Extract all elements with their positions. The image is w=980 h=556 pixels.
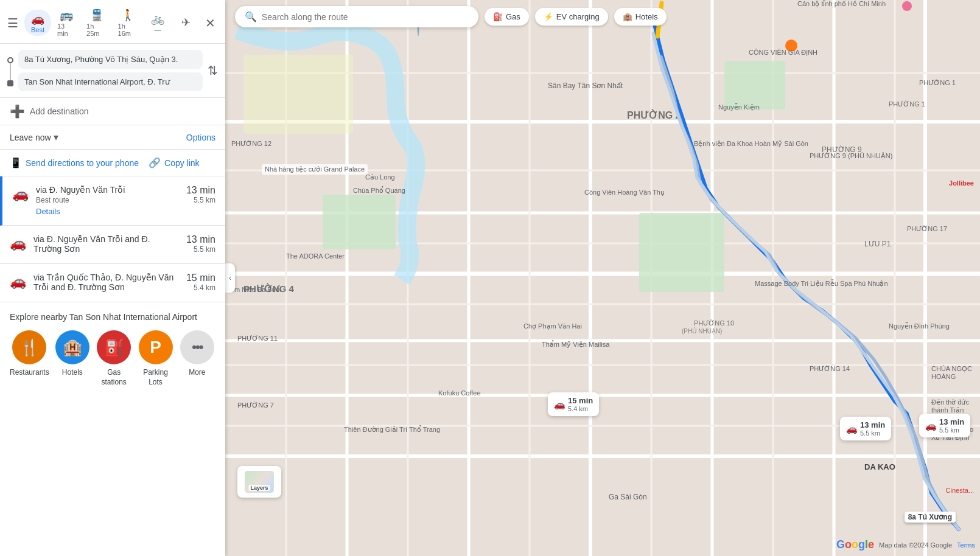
filter-ev[interactable]: ⚡ EV charging [535,8,608,26]
map-attribution: Google Map data ©2024 Google Terms [836,538,975,551]
swap-button[interactable]: ⇅ [208,63,218,78]
explore-section: Explore nearby Tan Son Nhat Internationa… [0,302,225,556]
route-result-1[interactable]: 🚗 via Đ. Nguyễn Văn Trỗi and Đ. Trường S… [0,226,225,264]
explore-item-gas[interactable]: ⛽ Gas stations [96,330,132,387]
map-label-palace: Nhà hàng tiệc cưới Grand Palace [262,164,368,175]
svg-text:(PHÚ NHUẬN): (PHÚ NHUẬN) [682,327,722,335]
map-label-benh-vien: Bệnh viện Đa Khoa Hoàn Mỹ Sài Gòn [694,140,808,148]
car-icon: 🚗 [31,12,44,26]
route-time-dist-1: 13 min 5.5 km [186,234,215,254]
filter-hotels[interactable]: 🏨 Hotels [614,8,667,26]
layers-button[interactable]: Layers [237,466,281,498]
transport-mode-bus[interactable]: 🚌 13 min [52,6,80,40]
car-route-icon-0: 🚗 [12,186,29,202]
send-directions-button[interactable]: 📱 Send directions to your phone [10,157,139,169]
svg-rect-27 [724,61,785,109]
map-label-phuong17: PHƯỜNG 17 [907,225,947,233]
map-label-phuong7: PHƯỜNG 7 [237,401,274,409]
origin-input[interactable] [18,50,203,69]
route-bubble-1[interactable]: 🚗 13 min 5.5 km [840,417,891,440]
svg-text:PHƯỜNG 10: PHƯỜNG 10 [694,319,734,327]
car-bubble-icon-2: 🚗 [925,420,937,431]
map-label-chua-ngoc-hoang: CHÙA NGỌC HOÀNG [931,365,980,380]
collapse-panel-button[interactable]: ‹ [225,263,235,293]
route-bubble-0[interactable]: 🚗 15 min 5.4 km [548,392,599,416]
walk-icon: 🚶 [121,9,135,22]
explore-item-hotels[interactable]: 🏨 Hotels [54,330,91,378]
route-dots [7,55,13,86]
map-search-input[interactable] [262,12,469,22]
car-route-icon-2: 🚗 [10,274,26,290]
explore-circle-hotels: 🏨 [55,330,89,364]
dot-line [10,63,11,80]
restaurant-icon: 🍴 [19,338,39,357]
map-label-kofuku: Kofuku Coffee [438,389,481,397]
map-background: PHƯỜNG 2 PHƯỜNG 4 Sân Bay Tân Sơn Nhất L… [225,0,980,556]
transport-mode-walk[interactable]: 🚶 1h 16m [113,6,143,40]
close-button[interactable]: ✕ [203,13,218,33]
left-panel: ☰ 🚗 Best 🚌 13 min 🚆 1h 25m 🚶 1h 16m 🚲 — [0,0,225,556]
map-label-cong-vien-gia-dinh: CÔNG VIÊN GIA ĐỊNH [749,49,817,57]
destination-input[interactable] [18,72,203,91]
gas-filter-icon: ⛽ [493,12,503,21]
explore-circle-more: ••• [180,330,214,364]
map-top-bar: 🔍 ⛽ Gas ⚡ EV charging 🏨 Hotels [225,0,980,33]
filter-gas[interactable]: ⛽ Gas [485,8,529,26]
options-button[interactable]: Options [186,133,215,142]
route-time-dist-2: 15 min 5.4 km [186,273,215,292]
copy-link-button[interactable]: 🔗 Copy link [149,157,200,169]
route-options-bar: Leave now ▾ Options [0,125,225,150]
map-label-phuong1-txt: PHƯỜNG 1 [919,79,956,87]
explore-circle-parking: P [139,330,173,364]
map-area[interactable]: PHƯỜNG 2 PHƯỜNG 4 Sân Bay Tân Sơn Nhất L… [225,0,980,556]
leave-now-button[interactable]: Leave now ▾ [10,131,58,143]
origin-marker: 8a Tú Xương [905,512,956,523]
explore-item-restaurants[interactable]: 🍴 Restaurants [10,330,49,378]
svg-text:PHƯỜNG 1: PHƯỜNG 1 [889,100,925,108]
bus-icon: 🚌 [60,9,73,22]
map-label-tham: Thẩm Mỹ Viện Mailisa [542,341,609,349]
transport-mode-train[interactable]: 🚆 1h 25m [82,6,111,40]
map-label-phuong11: PHƯỜNG 11 [237,335,278,342]
svg-rect-25 [323,195,396,249]
dest-dot [7,80,13,86]
explore-item-parking[interactable]: P Parking Lots [137,330,173,387]
train-icon: 🚆 [90,9,103,22]
top-bar: ☰ 🚗 Best 🚌 13 min 🚆 1h 25m 🚶 1h 16m 🚲 — [0,0,225,44]
transport-mode-bike[interactable]: 🚲 — [144,10,171,36]
map-label-ga-sai-gon: Ga Sài Gòn [609,493,647,501]
hotel-icon: 🏨 [63,338,82,357]
svg-text:Sân Bay Tân Sơn Nhất: Sân Bay Tân Sơn Nhất [548,82,623,90]
route-result-2[interactable]: 🚗 via Trần Quốc Thảo, Đ. Nguyễn Văn Trỗi… [0,264,225,302]
route-info-0: via Đ. Nguyễn Văn Trỗi Best route Detail… [36,185,179,217]
map-search-box[interactable]: 🔍 [235,6,478,27]
menu-icon[interactable]: ☰ [7,16,18,30]
explore-item-more[interactable]: ••• More [179,330,215,378]
map-label-da-kao: DA KAO [864,462,895,471]
svg-text:PHƯỜNG 2: PHƯỜNG 2 [627,109,681,120]
hotels-filter-icon: 🏨 [623,12,632,21]
explore-icons: 🍴 Restaurants 🏨 Hotels ⛽ Gas stations P [10,330,215,387]
route-result-0[interactable]: 🚗 via Đ. Nguyễn Văn Trỗi Best route Deta… [0,176,225,226]
parking-icon: P [150,338,161,357]
more-icon: ••• [192,339,202,355]
map-label-thien: Thiên Đường Giải Trí Thổ Trang [344,426,440,434]
details-link-0[interactable]: Details [36,207,60,216]
transport-mode-flight[interactable]: ✈ [172,13,199,32]
route-bubble-2[interactable]: 🚗 13 min 5.5 km [919,414,970,437]
gas-icon: ⛽ [104,338,124,357]
map-label-cho: Chợ Phạm Văn Hai [523,322,582,330]
svg-text:LƯU P1: LƯU P1 [864,240,891,248]
transport-modes: 🚗 Best 🚌 13 min 🚆 1h 25m 🚶 1h 16m 🚲 — ✈ [24,6,199,40]
send-copy-bar: 📱 Send directions to your phone 🔗 Copy l… [0,150,225,176]
map-label-phuong9-txt: PHƯỜNG 9 (PHÚ NHUẬN) [810,152,892,160]
explore-circle-restaurants: 🍴 [12,330,46,364]
map-label-cinesta: Cinesta... [946,487,974,494]
link-icon: 🔗 [149,157,161,169]
add-destination[interactable]: ➕ Add destination [0,98,225,125]
transport-mode-car[interactable]: 🚗 Best [24,10,51,36]
ev-filter-icon: ⚡ [544,12,553,21]
flight-icon: ✈ [181,16,191,29]
map-label-phuong12: PHƯỜNG 12 [231,140,271,148]
map-label-phuong14: PHƯỜNG 14 [810,365,850,373]
